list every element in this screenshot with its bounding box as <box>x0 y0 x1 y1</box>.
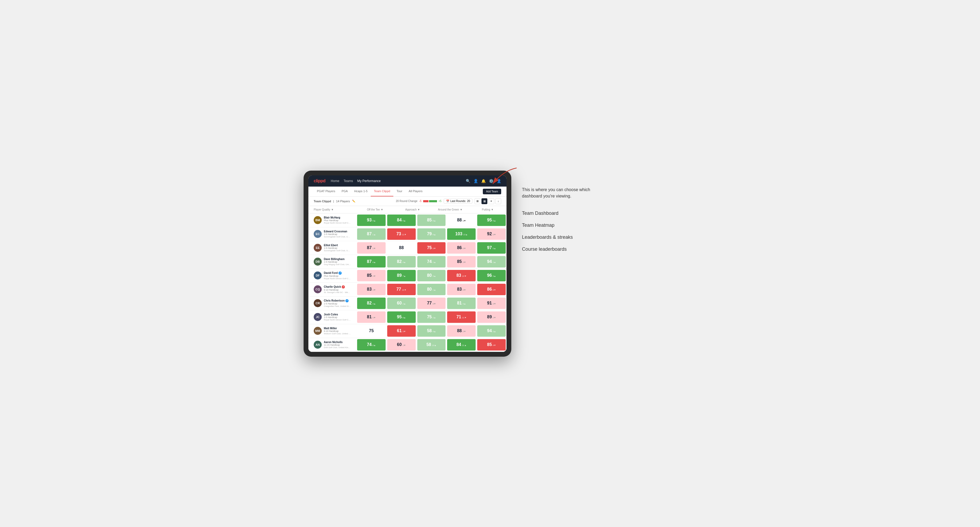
player-avatar: EE <box>314 244 322 252</box>
table-row[interactable]: MM Matt Miller 6-10 Handicap Woburn Golf… <box>309 324 506 338</box>
stat-inner: 87 3▼ <box>367 246 376 250</box>
player-info: Josh Coles 1-5 Handicap Royal North Devo… <box>324 313 351 321</box>
stat-inner: 84 21▲ <box>457 343 466 347</box>
grid-view-button[interactable]: ⊞ <box>474 198 480 204</box>
profile-icon[interactable]: 👤 <box>474 179 478 183</box>
player-cell: CQ Charlie Quick ✓ 6-10 Handicap St. Geo… <box>309 283 356 296</box>
annotation-item-2: Leaderboards & streaks <box>522 231 602 243</box>
player-cell: DF David Ford ✓ Plus Handicap Royal Nort… <box>309 269 356 283</box>
edit-icon[interactable]: ✏️ <box>352 200 355 203</box>
stat-inner: 75 3▼ <box>427 246 436 250</box>
player-badge: ✓ <box>345 299 348 302</box>
stat-change: 3▲ <box>493 275 496 277</box>
stat-cell-off_tee: 73 11▼ <box>387 229 416 240</box>
stat-change: 2▼ <box>463 330 466 333</box>
stat-change: 11▼ <box>462 316 466 319</box>
stat-value: 60 <box>397 301 402 305</box>
stat-cell-around_green: 85 3▼ <box>447 256 476 268</box>
table-row[interactable]: DB Dave Billingham 1-5 Handicap Gog Mago… <box>309 255 506 269</box>
sub-nav-pgat[interactable]: PGAT Players <box>314 187 339 197</box>
nav-link-teams[interactable]: Teams <box>344 178 353 184</box>
table-row[interactable]: EC Edward Crossman 1-5 Handicap Sunningd… <box>309 227 506 241</box>
list-view-button[interactable]: ≡ <box>488 198 494 204</box>
stat-cell-player_quality: 75 <box>357 325 386 337</box>
stat-inner: 96 3▲ <box>487 273 496 278</box>
player-name: Chris Robertson ✓ <box>324 299 351 302</box>
table-row[interactable]: DF David Ford ✓ Plus Handicap Royal Nort… <box>309 269 506 283</box>
player-info: Aaron Nicholls 11-15 Handicap Drift Golf… <box>324 341 351 349</box>
stat-inner: 58 10▲ <box>426 343 436 347</box>
stat-inner: 82 3▲ <box>367 301 376 305</box>
stat-change: 15▲ <box>463 233 468 236</box>
stat-cell-player_quality: 82 3▲ <box>357 298 386 309</box>
annotation-section: This is where you can choose which dashb… <box>522 171 602 255</box>
table-row[interactable]: BM Blair McHarg Plus Handicap Royal Nort… <box>309 213 506 227</box>
stat-change: 4▲ <box>402 261 406 264</box>
player-handicap: Plus Handicap <box>324 275 351 277</box>
player-cell: JC Josh Coles 1-5 Handicap Royal North D… <box>309 310 356 324</box>
sub-nav-hcaps[interactable]: Hcaps 1-5 <box>351 187 371 197</box>
sub-nav-team-clippd[interactable]: Team Clippd <box>371 187 393 197</box>
stat-change: 1▲ <box>433 289 436 291</box>
download-button[interactable]: ↓ <box>495 198 501 204</box>
nav-link-my-performance[interactable]: My Performance <box>357 178 380 184</box>
stat-inner: 81 4▲ <box>457 301 466 305</box>
player-club: Sunningdale Golf Club, United Kingdom <box>324 249 351 252</box>
player-name: Blair McHarg <box>324 216 351 219</box>
stat-cell-putting: 94 1▲ <box>477 256 506 268</box>
stat-inner: 74 8▲ <box>367 343 376 347</box>
stat-value: 77 <box>396 287 401 291</box>
player-name: Charlie Quick ✓ <box>324 285 351 289</box>
sub-nav-tour[interactable]: Tour <box>393 187 405 197</box>
stat-change: 21▲ <box>462 344 466 346</box>
col-header-putting: Putting ▼ <box>469 207 506 212</box>
stat-value: 95 <box>487 218 492 222</box>
sub-nav-all-players[interactable]: All Players <box>406 187 426 197</box>
team-title: Team Clippd <box>314 200 331 203</box>
plus-label: +5 <box>439 200 442 203</box>
stat-cell-around_green: 88 2▼ <box>447 325 476 337</box>
player-info: Chris Robertson ✓ 1-5 Handicap Craigmill… <box>324 299 351 307</box>
stat-inner: 85 3▼ <box>457 259 466 264</box>
table-row[interactable]: CR Chris Robertson ✓ 1-5 Handicap Craigm… <box>309 297 506 310</box>
stat-cell-around_green: 81 4▲ <box>447 298 476 309</box>
stat-value: 87 <box>367 232 372 236</box>
player-avatar: EC <box>314 230 322 238</box>
stat-value: 103 <box>455 232 463 236</box>
stat-inner: 87 1▲ <box>367 232 376 236</box>
stat-cell-putting: 94 3▲ <box>477 325 506 337</box>
sub-nav-pga[interactable]: PGA <box>339 187 351 197</box>
stat-change: 3▼ <box>372 247 376 250</box>
stat-cell-off_tee: 60 1▼ <box>387 339 416 351</box>
heatmap-view-button[interactable]: ▦ <box>482 198 487 204</box>
stat-change: 3▲ <box>372 303 376 305</box>
stat-value: 80 <box>427 273 432 278</box>
add-team-button[interactable]: Add Team <box>483 189 501 194</box>
stat-change: 6▼ <box>463 247 466 250</box>
stat-value: 83 <box>367 287 372 291</box>
stat-change: 7▲ <box>402 275 406 277</box>
stat-cell-approach: 85 8▲ <box>417 214 446 226</box>
player-cell: AN Aaron Nicholls 11-15 Handicap Drift G… <box>309 338 356 352</box>
nav-link-home[interactable]: Home <box>331 178 339 184</box>
table-row[interactable]: CQ Charlie Quick ✓ 6-10 Handicap St. Geo… <box>309 283 506 297</box>
bell-icon[interactable]: 🔔 <box>481 179 486 183</box>
stat-inner: 75 2▲ <box>427 315 436 319</box>
stat-change: 3▲ <box>493 330 496 333</box>
table-row[interactable]: JC Josh Coles 1-5 Handicap Royal North D… <box>309 310 506 324</box>
stat-value: 79 <box>427 232 432 236</box>
table-row[interactable]: AN Aaron Nicholls 11-15 Handicap Drift G… <box>309 338 506 352</box>
stat-change: 8▲ <box>433 220 436 222</box>
stat-inner: 85 4▼ <box>487 343 496 347</box>
stat-cell-player_quality: 87 1▲ <box>357 229 386 240</box>
stat-change: 3▼ <box>402 330 406 333</box>
stat-change: 8▼ <box>493 289 496 291</box>
player-handicap: 1-5 Handicap <box>324 260 351 263</box>
last-rounds-button[interactable]: 📅 Last Rounds: 20 <box>444 198 473 204</box>
player-name: Edward Crossman <box>324 230 351 233</box>
table-row[interactable]: EE Elliot Ebert 1-5 Handicap Sunningdale… <box>309 241 506 255</box>
stat-value: 77 <box>427 301 432 305</box>
stat-inner: 73 11▼ <box>396 232 406 236</box>
stat-cell-putting: 91 3▼ <box>477 298 506 309</box>
search-icon[interactable]: 🔍 <box>466 179 470 183</box>
